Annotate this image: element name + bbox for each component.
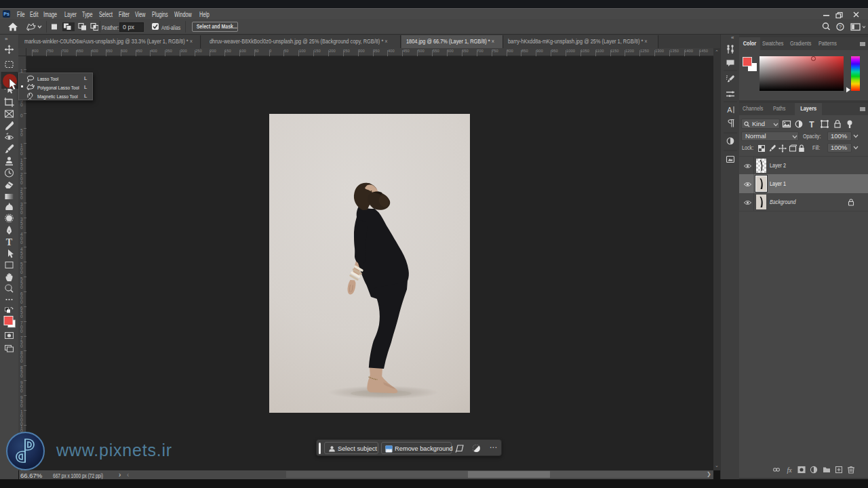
svg-text:T: T xyxy=(6,237,13,247)
svg-text:A: A xyxy=(727,106,732,114)
svg-text:?: ? xyxy=(839,24,842,30)
svg-text:fx: fx xyxy=(787,466,792,474)
svg-text:T: T xyxy=(809,120,814,129)
